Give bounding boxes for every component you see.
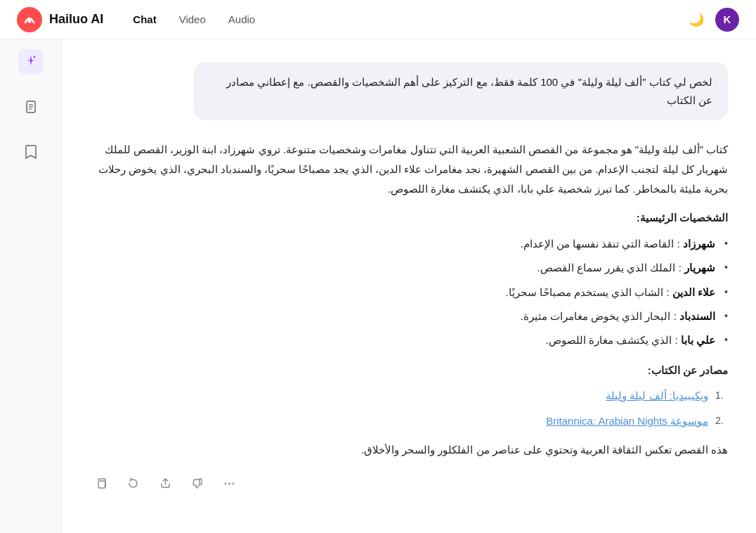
sources-section: مصادر عن الكتاب: 1. ويكيبيديا: ألف ليلة … <box>90 361 728 430</box>
source-num: 1. <box>715 387 728 405</box>
ai-intro-text: كتاب "ألف ليلة وليلة" هو مجموعة من القصص… <box>90 140 728 198</box>
sources-title: مصادر عن الكتاب: <box>90 361 728 380</box>
char-sep: : <box>679 262 682 274</box>
svg-point-2 <box>33 56 34 58</box>
char-name: علاء الدين <box>672 286 715 298</box>
dark-mode-icon[interactable]: 🌙 <box>689 12 704 27</box>
main-content: لخص لي كتاب "ألف ليلة وليلة" في 100 كلمة… <box>62 39 756 533</box>
char-sep: : <box>674 334 677 346</box>
characters-section-title: الشخصيات الرئيسية: <box>90 208 728 228</box>
char-desc-text: القاصة التي تنقذ نفسها من الإعدام. <box>520 238 674 250</box>
header: Hailuo AI Chat Video Audio 🌙 K <box>0 0 756 39</box>
more-options-icon[interactable]: ··· <box>219 473 240 494</box>
nav-bar: Chat Video Audio <box>131 11 256 28</box>
user-message: لخص لي كتاب "ألف ليلة وليلة" في 100 كلمة… <box>194 62 728 120</box>
source-item: 2. موسوعة Britannica: Arabian Nights <box>90 411 728 431</box>
char-desc-text: الشاب الذي يستخدم مصباحًا سحريًا. <box>505 286 663 298</box>
char-desc-text: الملك الذي يقرر سماع القصص. <box>537 262 676 274</box>
nav-chat[interactable]: Chat <box>131 11 157 28</box>
list-item: شهرزاد : القاصة التي تنقذ نفسها من الإعد… <box>90 235 728 253</box>
avatar[interactable]: K <box>715 8 739 32</box>
nav-audio[interactable]: Audio <box>227 11 256 28</box>
source-link-2[interactable]: موسوعة Britannica: Arabian Nights <box>546 411 708 431</box>
list-item: علاء الدين : الشاب الذي يستخدم مصباحًا س… <box>90 283 728 302</box>
source-item: 1. ويكيبيديا: ألف ليلة وليلة <box>90 386 728 406</box>
char-sep: : <box>674 310 677 322</box>
list-item: علي بابا : الذي يكتشف مغارة اللصوص. <box>90 331 728 349</box>
refresh-icon[interactable] <box>122 473 143 494</box>
copy-icon[interactable] <box>90 473 111 494</box>
sidebar-sparkle-icon[interactable] <box>18 49 44 75</box>
list-item: السندباد : البحار الذي يخوض مغامرات مثير… <box>90 307 728 326</box>
header-right: 🌙 K <box>689 8 739 32</box>
sidebar-document-icon[interactable] <box>18 94 44 120</box>
char-sep: : <box>666 286 669 298</box>
source-num: 2. <box>715 412 728 430</box>
sources-list: 1. ويكيبيديا: ألف ليلة وليلة 2. موسوعة B… <box>90 386 728 431</box>
char-name: شهرزاد <box>683 238 715 250</box>
char-desc-text: الذي يكتشف مغارة اللصوص. <box>546 334 672 346</box>
svg-point-1 <box>28 19 32 23</box>
nav-video[interactable]: Video <box>178 11 207 28</box>
footer-text: هذه القصص تعكس الثقافة العربية وتحتوي عل… <box>90 441 728 459</box>
char-name: علي بابا <box>681 334 715 346</box>
logo-icon <box>17 7 42 32</box>
logo[interactable]: Hailuo AI <box>17 7 103 32</box>
characters-list: شهرزاد : القاصة التي تنقذ نفسها من الإعد… <box>90 235 728 349</box>
svg-rect-7 <box>98 481 105 488</box>
char-name: شهريار <box>684 262 715 274</box>
char-desc: : <box>677 238 680 250</box>
dislike-icon[interactable] <box>187 473 208 494</box>
source-link-1[interactable]: ويكيبيديا: ألف ليلة وليلة <box>606 386 708 406</box>
char-name: السندباد <box>679 310 715 322</box>
ai-response: كتاب "ألف ليلة وليلة" هو مجموعة من القصص… <box>90 140 728 494</box>
share-icon[interactable] <box>155 473 176 494</box>
logo-text: Hailuo AI <box>49 12 103 27</box>
char-desc-text: البحار الذي يخوض مغامرات مثيرة. <box>521 310 671 322</box>
sidebar-bookmark-icon[interactable] <box>18 139 44 165</box>
action-bar: ··· <box>90 473 728 494</box>
sidebar <box>0 0 62 533</box>
user-message-text: لخص لي كتاب "ألف ليلة وليلة" في 100 كلمة… <box>226 76 712 106</box>
list-item: شهريار : الملك الذي يقرر سماع القصص. <box>90 259 728 277</box>
